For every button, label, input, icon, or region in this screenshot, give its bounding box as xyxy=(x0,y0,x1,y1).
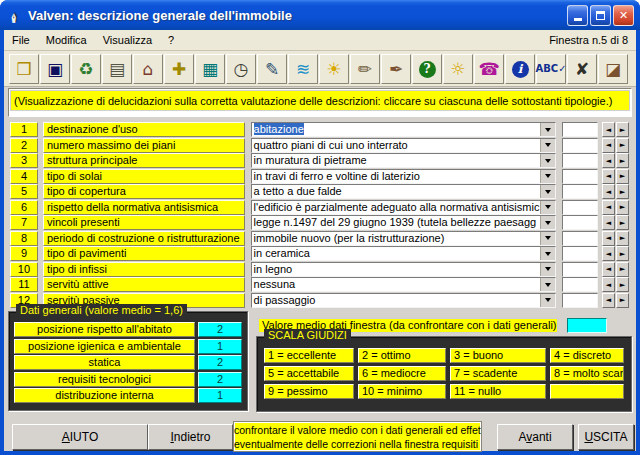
save-button[interactable]: ▣ xyxy=(40,54,70,84)
indietro-button[interactable]: Indietro xyxy=(148,424,233,450)
row-label[interactable]: servitù attive xyxy=(43,277,245,292)
chevron-down-icon[interactable] xyxy=(540,154,555,167)
score-box[interactable] xyxy=(562,138,598,153)
arrow-left-icon[interactable]: ◄ xyxy=(602,231,615,246)
chevron-down-icon[interactable] xyxy=(540,278,555,291)
arrow-right-icon[interactable]: ► xyxy=(616,262,629,277)
arrow-right-icon[interactable]: ► xyxy=(616,200,629,215)
arrow-right-icon[interactable]: ► xyxy=(616,184,629,199)
chevron-down-icon[interactable] xyxy=(540,185,555,198)
menu-file[interactable]: File xyxy=(12,34,30,46)
score-box[interactable] xyxy=(562,200,598,215)
arrow-left-icon[interactable]: ◄ xyxy=(602,153,615,168)
row-value-dropdown[interactable]: nessuna xyxy=(251,277,556,292)
row-label[interactable]: rispetto della normativa antisismica xyxy=(43,200,245,215)
chevron-down-icon[interactable] xyxy=(540,294,555,307)
brush-button[interactable]: ✒ xyxy=(381,54,411,84)
row-label[interactable]: numero massimo dei piani xyxy=(43,138,245,153)
row-value-dropdown[interactable]: quattro piani di cui uno interrato xyxy=(251,138,556,153)
property-button[interactable]: ⌂ xyxy=(133,54,163,84)
row-label[interactable]: struttura principale xyxy=(43,153,245,168)
arrow-left-icon[interactable]: ◄ xyxy=(602,184,615,199)
print-button[interactable]: ▤ xyxy=(102,54,132,84)
row-label[interactable]: tipo di solai xyxy=(43,169,245,184)
arrow-right-icon[interactable]: ► xyxy=(616,122,629,137)
score-box[interactable] xyxy=(562,231,598,246)
avanti-button[interactable]: Avanti xyxy=(497,424,573,450)
score-box[interactable] xyxy=(562,215,598,230)
row-label[interactable]: vincoli presenti xyxy=(43,215,245,230)
sun-button[interactable]: ☀ xyxy=(319,54,349,84)
arrow-left-icon[interactable]: ◄ xyxy=(602,246,615,261)
notes-button[interactable]: ✎ xyxy=(257,54,287,84)
chevron-down-icon[interactable] xyxy=(540,123,555,136)
tips-button[interactable]: ☼ xyxy=(443,54,473,84)
title-bar[interactable]: ✒ Valven: descrizione generale dell'immo… xyxy=(0,0,640,30)
chevron-down-icon[interactable] xyxy=(540,170,555,183)
arrow-right-icon[interactable]: ► xyxy=(616,153,629,168)
arrow-right-icon[interactable]: ► xyxy=(616,231,629,246)
row-value-dropdown[interactable]: di passaggio xyxy=(251,293,556,308)
uscita-button[interactable]: USCITA xyxy=(578,424,634,450)
clock-button[interactable]: ◷ xyxy=(226,54,256,84)
row-label[interactable]: tipo di infissi xyxy=(43,262,245,277)
arrow-left-icon[interactable]: ◄ xyxy=(602,293,615,308)
minimize-button[interactable] xyxy=(567,5,588,26)
cancel-button[interactable]: ✘ xyxy=(567,54,597,84)
row-value-dropdown[interactable]: in ceramica xyxy=(251,246,556,261)
arrow-left-icon[interactable]: ◄ xyxy=(602,215,615,230)
score-box[interactable] xyxy=(562,246,598,261)
arrow-right-icon[interactable]: ► xyxy=(616,215,629,230)
water-button[interactable]: ≋ xyxy=(288,54,318,84)
measure-button[interactable]: ✚ xyxy=(164,54,194,84)
score-box[interactable] xyxy=(562,184,598,199)
maximize-button[interactable] xyxy=(590,5,611,26)
row-label[interactable]: tipo di pavimenti xyxy=(43,246,245,261)
row-value-dropdown[interactable]: immobile nuovo (per la ristrutturazione) xyxy=(251,231,556,246)
score-box[interactable] xyxy=(562,169,598,184)
row-label[interactable]: destinazione d'uso xyxy=(43,122,245,137)
close-button[interactable]: ✕ xyxy=(613,5,634,26)
row-value-dropdown[interactable]: abitazione xyxy=(251,122,556,137)
menu-modifica[interactable]: Modifica xyxy=(46,34,87,46)
arrow-left-icon[interactable]: ◄ xyxy=(602,262,615,277)
menu-visualizza[interactable]: Visualizza xyxy=(103,34,152,46)
arrow-left-icon[interactable]: ◄ xyxy=(602,138,615,153)
score-box[interactable] xyxy=(562,262,598,277)
row-value-dropdown[interactable]: a tetto a due falde xyxy=(251,184,556,199)
score-box[interactable] xyxy=(562,122,598,137)
arrow-right-icon[interactable]: ► xyxy=(616,277,629,292)
exit-button[interactable]: ◪ xyxy=(598,54,628,84)
chevron-down-icon[interactable] xyxy=(540,201,555,214)
delete-button[interactable]: ♻ xyxy=(71,54,101,84)
arrow-left-icon[interactable]: ◄ xyxy=(602,200,615,215)
open-button[interactable]: ❒ xyxy=(9,54,39,84)
arrow-right-icon[interactable]: ► xyxy=(616,138,629,153)
help-button[interactable]: ? xyxy=(412,54,442,84)
arrow-left-icon[interactable]: ◄ xyxy=(602,169,615,184)
phone-button[interactable]: ☎ xyxy=(474,54,504,84)
arrow-right-icon[interactable]: ► xyxy=(616,246,629,261)
row-value-dropdown[interactable]: in legno xyxy=(251,262,556,277)
score-box[interactable] xyxy=(562,153,598,168)
row-value-dropdown[interactable]: legge n.1497 del 29 giugno 1939 (tutela … xyxy=(251,215,556,230)
arrow-right-icon[interactable]: ► xyxy=(616,293,629,308)
score-box[interactable] xyxy=(562,277,598,292)
spellcheck-button[interactable]: ABC✓ xyxy=(536,54,566,84)
score-box[interactable] xyxy=(562,293,598,308)
chevron-down-icon[interactable] xyxy=(540,263,555,276)
menu-help[interactable]: ? xyxy=(168,34,174,46)
form-button[interactable]: ✏ xyxy=(350,54,380,84)
chevron-down-icon[interactable] xyxy=(540,232,555,245)
row-value-dropdown[interactable]: in travi di ferro e voltine di laterizio xyxy=(251,169,556,184)
arrow-left-icon[interactable]: ◄ xyxy=(602,277,615,292)
aiuto-button[interactable]: AIUTO xyxy=(12,424,148,450)
calculator-button[interactable]: ▦ xyxy=(195,54,225,84)
row-label[interactable]: periodo di costruzione o ristrutturazion… xyxy=(43,231,245,246)
arrow-right-icon[interactable]: ► xyxy=(616,169,629,184)
row-label[interactable]: tipo di copertura xyxy=(43,184,245,199)
row-value-dropdown[interactable]: l'edificio è parzialmente adeguato alla … xyxy=(251,200,556,215)
row-value-dropdown[interactable]: in muratura di pietrame xyxy=(251,153,556,168)
arrow-left-icon[interactable]: ◄ xyxy=(602,122,615,137)
chevron-down-icon[interactable] xyxy=(540,247,555,260)
